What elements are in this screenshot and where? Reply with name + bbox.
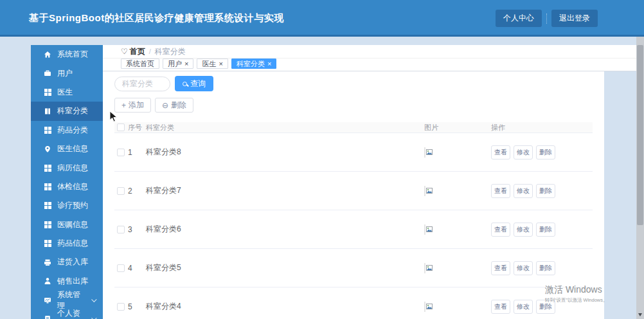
- sidebar-item-label: 系统首页: [57, 49, 88, 60]
- row-checkbox[interactable]: [117, 187, 125, 195]
- add-button[interactable]: + 添加: [114, 98, 151, 113]
- table-row: 4 科室分类5 查看 修改 删除: [114, 249, 593, 287]
- cell-index: 3: [128, 225, 146, 234]
- select-all-checkbox[interactable]: [117, 123, 125, 131]
- plus-icon: +: [121, 101, 126, 110]
- action-row: + 添加 ⊖ 删除: [114, 98, 193, 113]
- table-header: 序号 科室分类 图片 操作: [114, 122, 593, 133]
- sidebar-item-label: 诊疗预约: [57, 200, 88, 211]
- tab-label: 用户: [168, 59, 182, 69]
- sidebar-item-doctor-orders[interactable]: 医嘱信息: [31, 215, 103, 234]
- breadcrumb-current: 科室分类: [155, 46, 186, 57]
- broken-image-icon: [426, 226, 433, 233]
- sidebar-item-sales-outbound[interactable]: 销售出库: [31, 272, 103, 291]
- close-icon[interactable]: ×: [267, 60, 271, 68]
- grid-icon: [44, 240, 51, 248]
- sidebar-item-label: 医生: [57, 87, 73, 98]
- scrollbar-thumb[interactable]: [637, 45, 643, 225]
- sidebar-item-drug-category[interactable]: 药品分类: [31, 121, 103, 140]
- view-button[interactable]: 查看: [491, 184, 510, 198]
- sidebar-item-medical-records[interactable]: 病历信息: [31, 158, 103, 177]
- close-icon[interactable]: ×: [184, 60, 188, 68]
- delete-row-button[interactable]: 删除: [536, 184, 555, 198]
- row-checkbox[interactable]: [117, 226, 125, 233]
- logout-button[interactable]: 退出登录: [551, 10, 598, 27]
- edit-button[interactable]: 修改: [514, 261, 533, 275]
- tab-department-category[interactable]: 科室分类 ×: [231, 59, 276, 69]
- sidebar-item-home[interactable]: 系统首页: [31, 45, 103, 64]
- sidebar-item-label: 药品分类: [57, 125, 88, 136]
- row-checkbox[interactable]: [117, 264, 125, 272]
- grid-icon: [44, 183, 51, 190]
- query-button[interactable]: 查询: [175, 76, 213, 91]
- header-divider: [546, 14, 547, 24]
- sidebar-item-label: 用户: [57, 68, 73, 79]
- sidebar-item-appointments[interactable]: 诊疗预约: [31, 196, 103, 215]
- view-button[interactable]: 查看: [491, 300, 510, 314]
- sidebar-item-users[interactable]: 用户: [31, 64, 103, 82]
- view-button[interactable]: 查看: [491, 261, 510, 275]
- delete-button-label: 删除: [171, 100, 186, 111]
- vertical-scrollbar[interactable]: [636, 37, 644, 319]
- scrollbar-down-arrow-icon[interactable]: [638, 313, 642, 316]
- image-placeholder: [424, 147, 425, 158]
- search-input[interactable]: [114, 77, 170, 91]
- tab-doctors[interactable]: 医生 ×: [197, 59, 228, 69]
- edit-button[interactable]: 修改: [514, 184, 533, 198]
- row-checkbox[interactable]: [117, 303, 125, 311]
- edit-button[interactable]: 修改: [514, 145, 533, 160]
- broken-image-icon: [426, 149, 433, 156]
- sidebar-item-physical-exam[interactable]: 体检信息: [31, 178, 103, 196]
- edit-button[interactable]: 修改: [514, 223, 533, 237]
- image-placeholder: [424, 186, 425, 196]
- tab-users[interactable]: 用户 ×: [163, 59, 193, 69]
- add-button-label: 添加: [129, 100, 144, 111]
- chevron-down-icon: [91, 296, 96, 302]
- delete-row-button[interactable]: 删除: [536, 145, 555, 160]
- sidebar-item-label: 药品信息: [57, 238, 88, 249]
- edit-button[interactable]: 修改: [514, 300, 533, 314]
- sidebar-item-doctors[interactable]: 医生: [31, 83, 103, 102]
- breadcrumb-home[interactable]: ♡ 首页: [121, 46, 145, 57]
- sidebar-item-purchase-inbound[interactable]: 进货入库: [31, 253, 103, 271]
- sidebar-item-label: 体检信息: [57, 181, 88, 192]
- tab-label: 医生: [202, 59, 216, 69]
- view-button[interactable]: 查看: [491, 223, 510, 237]
- sidebar-item-doctor-info[interactable]: 医生信息: [31, 140, 103, 158]
- department-table: 序号 科室分类 图片 操作 1 科室分类8 查看 修改 删除 2 科室分类7 查…: [114, 122, 593, 319]
- tab-label: 系统首页: [126, 59, 154, 69]
- cell-category: 科室分类8: [146, 147, 424, 158]
- app-header: 基于SpringBoot的社区居民诊疗健康管理系统设计与实现 个人中心 退出登录: [0, 0, 644, 37]
- close-icon[interactable]: ×: [219, 60, 222, 68]
- grid-icon: [44, 126, 51, 134]
- grid-icon: [44, 164, 51, 172]
- delete-row-button[interactable]: 删除: [536, 223, 555, 237]
- grid-icon: [44, 202, 51, 210]
- column-header-actions: 操作: [491, 123, 593, 132]
- cell-index: 1: [128, 148, 146, 157]
- monitor-icon: [44, 296, 51, 304]
- search-icon: [183, 82, 187, 86]
- sidebar-item-system-management[interactable]: 系统管理: [31, 291, 103, 309]
- sidebar-item-label: 个人资料: [57, 308, 85, 319]
- cell-category: 科室分类6: [146, 224, 424, 235]
- tab-home[interactable]: 系统首页: [121, 59, 159, 69]
- sidebar-item-drug-info[interactable]: 药品信息: [31, 234, 103, 253]
- delete-button[interactable]: ⊖ 删除: [155, 98, 193, 113]
- cell-index: 4: [128, 264, 146, 273]
- breadcrumb: ♡ 首页 / 科室分类: [103, 45, 636, 59]
- sidebar-item-label: 病历信息: [57, 163, 88, 174]
- delete-row-button[interactable]: 删除: [536, 300, 555, 314]
- briefcase-icon: [44, 69, 51, 77]
- view-button[interactable]: 查看: [491, 145, 510, 160]
- book-icon: [44, 107, 51, 115]
- sidebar-item-department-category[interactable]: 科室分类: [31, 102, 103, 120]
- profile-button[interactable]: 个人中心: [496, 10, 542, 27]
- table-row: 2 科室分类7 查看 修改 删除: [114, 172, 593, 210]
- sidebar: 系统首页 用户 医生 科室分类 药品分类 医生信息 病历信息 体检信息 诊疗预约…: [31, 45, 103, 319]
- cell-index: 5: [128, 302, 146, 311]
- delete-row-button[interactable]: 删除: [536, 261, 555, 275]
- sidebar-item-profile[interactable]: 个人资料: [31, 309, 103, 319]
- row-checkbox[interactable]: [117, 149, 125, 156]
- sidebar-item-label: 销售出库: [57, 276, 88, 287]
